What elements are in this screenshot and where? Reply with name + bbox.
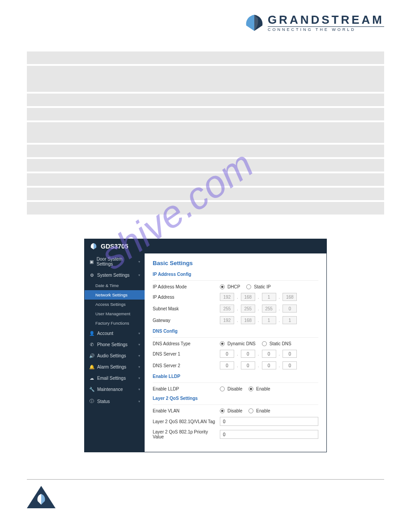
sidebar: ▣ Door System Settings ▾ ⚙ System Settin… [85, 253, 145, 452]
group-dns: DNS Config [153, 329, 318, 334]
subnet-octet[interactable] [262, 305, 276, 313]
subnet-octet[interactable] [220, 305, 234, 313]
dns1-octet[interactable] [220, 350, 234, 358]
device-ui-panel: GDS3705 ▣ Door System Settings ▾ ⚙ Syste… [84, 239, 327, 452]
sidebar-item-system[interactable]: ⚙ System Settings ▾ [85, 270, 145, 281]
table-row [27, 51, 384, 64]
chevron-down-icon: ▾ [138, 331, 140, 335]
ip-octet[interactable] [283, 293, 297, 301]
sidebar-item-label: Door System Settings [97, 257, 136, 266]
radio-dhcp[interactable] [220, 284, 225, 289]
radio-static-dns[interactable] [262, 341, 267, 346]
sidebar-item-audio[interactable]: 🔊 Audio Settings ▾ [85, 350, 145, 361]
chevron-down-icon: ▾ [138, 376, 140, 380]
cloud-icon: ☁ [89, 376, 94, 381]
chevron-down-icon: ▾ [138, 273, 140, 277]
sidebar-item-label: Status [97, 399, 110, 404]
gw-octet[interactable] [220, 316, 234, 324]
setting-desc [108, 188, 384, 200]
group-ip-config: IP Address Config [153, 272, 318, 277]
sidebar-sub-access[interactable]: Access Settings [85, 300, 145, 309]
page-footer [27, 479, 384, 508]
radio-vlan-enable[interactable] [248, 408, 253, 413]
user-icon: 👤 [89, 331, 94, 336]
table-row [27, 122, 384, 143]
speaker-icon: 🔊 [89, 353, 94, 358]
label-ip-mode: IP Address Mode [153, 284, 220, 289]
header-logo: GRANDSTREAM CONNECTING THE WORLD [27, 13, 384, 32]
setting-label [27, 173, 108, 186]
bell-icon: 🔔 [89, 365, 94, 369]
setting-desc [108, 202, 384, 215]
radio-label: Static DNS [270, 341, 291, 346]
radio-lldp-disable[interactable] [220, 386, 225, 391]
table-row [27, 145, 384, 157]
label-subnet: Subnet Mask [153, 306, 220, 311]
radio-dynamic-dns[interactable] [220, 341, 225, 346]
setting-label [27, 122, 108, 143]
dns2-octet[interactable] [283, 361, 297, 369]
dns2-octet[interactable] [262, 361, 276, 369]
ip-octet[interactable] [220, 293, 234, 301]
ip-octet[interactable] [262, 293, 276, 301]
group-qos: Layer 2 QoS Settings [153, 396, 318, 401]
radio-lldp-enable[interactable] [248, 386, 253, 391]
radio-label: DHCP [227, 284, 240, 289]
ip-octet[interactable] [241, 293, 255, 301]
sidebar-sub-network[interactable]: Network Settings [85, 290, 145, 300]
sidebar-item-label: Phone Settings [97, 342, 128, 347]
setting-label [27, 188, 108, 200]
radio-vlan-disable[interactable] [220, 408, 225, 413]
table-row [27, 188, 384, 200]
dns1-octet[interactable] [241, 350, 255, 358]
dns2-octet[interactable] [241, 361, 255, 369]
setting-label [27, 145, 108, 157]
setting-desc [108, 145, 384, 157]
sidebar-item-label: Email Settings [97, 376, 126, 381]
sidebar-item-phone[interactable]: ✆ Phone Settings ▾ [85, 339, 145, 350]
phone-icon: ✆ [89, 342, 94, 347]
brand-tagline: CONNECTING THE WORLD [268, 26, 384, 32]
table-row [27, 202, 384, 215]
subnet-octet[interactable] [241, 305, 255, 313]
setting-label [27, 51, 108, 64]
dns1-octet[interactable] [262, 350, 276, 358]
sidebar-sub-datetime[interactable]: Date & Time [85, 281, 145, 290]
dns1-octet[interactable] [283, 350, 297, 358]
sidebar-item-door-system[interactable]: ▣ Door System Settings ▾ [85, 253, 145, 270]
panel-header: GDS3705 [85, 239, 326, 253]
sidebar-item-label: System Settings [97, 273, 129, 278]
wrench-icon: 🔧 [89, 387, 94, 392]
sidebar-item-alarm[interactable]: 🔔 Alarm Settings ▾ [85, 361, 145, 373]
sidebar-item-account[interactable]: 👤 Account ▾ [85, 328, 145, 339]
gw-octet[interactable] [241, 316, 255, 324]
gw-octet[interactable] [283, 316, 297, 324]
subnet-octet[interactable] [283, 305, 297, 313]
setting-desc [108, 173, 384, 186]
dns2-octet[interactable] [220, 361, 234, 369]
chevron-down-icon: ▾ [138, 365, 140, 369]
setting-desc [108, 159, 384, 172]
radio-label: Disable [227, 386, 242, 391]
setting-desc [108, 66, 384, 92]
footer-logo-icon [27, 486, 56, 508]
door-icon: ▣ [89, 259, 94, 264]
sidebar-item-email[interactable]: ☁ Email Settings ▾ [85, 373, 145, 384]
table-row [27, 94, 384, 106]
sidebar-sub-factory[interactable]: Factory Functions [85, 318, 145, 328]
chevron-down-icon: ▾ [138, 354, 140, 358]
table-row [27, 173, 384, 186]
label-dns1: DNS Server 1 [153, 352, 220, 356]
input-qos-tag[interactable] [220, 417, 318, 426]
sidebar-sub-usermgmt[interactable]: User Management [85, 309, 145, 318]
chevron-down-icon: ▾ [138, 260, 140, 264]
gear-icon: ⚙ [89, 273, 94, 278]
gw-octet[interactable] [262, 316, 276, 324]
label-vlan: Enable VLAN [153, 408, 220, 413]
setting-desc [108, 122, 384, 143]
setting-label [27, 108, 108, 120]
radio-static-ip[interactable] [246, 284, 251, 289]
sidebar-item-maintenance[interactable]: 🔧 Maintenance ▾ [85, 384, 145, 395]
input-qos-prio[interactable] [220, 430, 318, 439]
sidebar-item-status[interactable]: ⓘ Status ▾ [85, 395, 145, 408]
